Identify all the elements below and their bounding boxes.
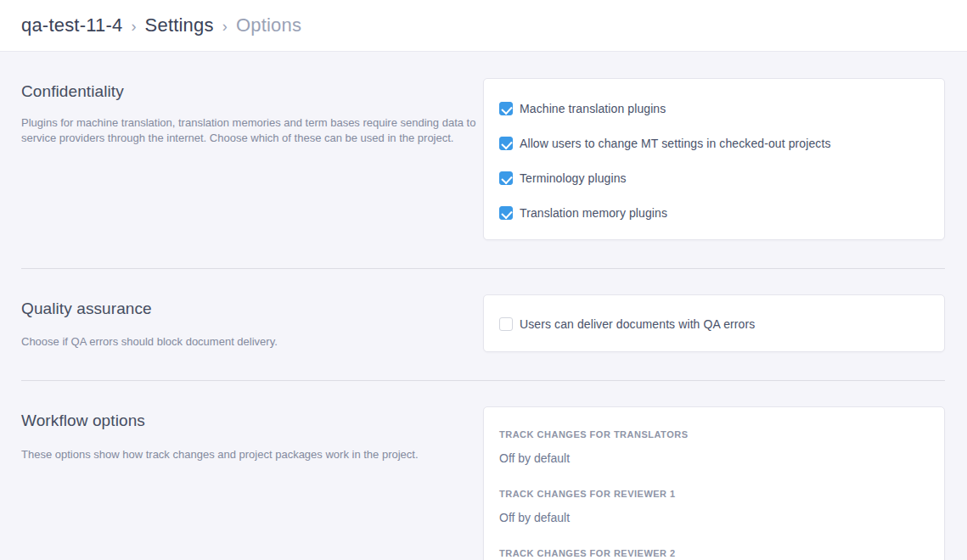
confidentiality-description: Plugins for machine translation, transla… xyxy=(21,115,483,146)
translation-memory-checkbox[interactable] xyxy=(499,206,513,220)
workflow-options-card: TRACK CHANGES FOR TRANSLATORS Off by def… xyxy=(483,406,945,560)
terminology-checkbox[interactable] xyxy=(499,171,513,185)
checkbox-row-mt-settings[interactable]: Allow users to change MT settings in che… xyxy=(499,137,929,150)
field-track-changes-translators: TRACK CHANGES FOR TRANSLATORS Off by def… xyxy=(499,429,929,465)
quality-assurance-card: Users can deliver documents with QA erro… xyxy=(483,294,945,352)
field-label: TRACK CHANGES FOR TRANSLATORS xyxy=(499,429,929,440)
settings-content: Confidentiality Plugins for machine tran… xyxy=(0,52,967,560)
workflow-options-title: Workflow options xyxy=(21,412,483,430)
qa-errors-checkbox[interactable] xyxy=(499,317,513,331)
breadcrumb-separator-icon: › xyxy=(131,16,136,36)
machine-translation-checkbox[interactable] xyxy=(499,102,513,115)
field-track-changes-reviewer-2: TRACK CHANGES FOR REVIEWER 2 xyxy=(499,548,929,559)
section-quality-assurance: Quality assurance Choose if QA errors sh… xyxy=(21,269,945,352)
field-value: Off by default xyxy=(499,451,929,465)
field-label: TRACK CHANGES FOR REVIEWER 1 xyxy=(499,489,929,500)
section-confidentiality: Confidentiality Plugins for machine tran… xyxy=(21,52,945,240)
mt-settings-checkbox[interactable] xyxy=(499,137,513,150)
workflow-options-description: These options show how track changes and… xyxy=(21,447,483,462)
quality-assurance-description: Choose if QA errors should block documen… xyxy=(21,334,483,350)
breadcrumb-current-options: Options xyxy=(236,14,301,36)
checkbox-label[interactable]: Allow users to change MT settings in che… xyxy=(520,137,831,150)
breadcrumb-project-link[interactable]: qa-test-11-4 xyxy=(21,14,122,36)
page-header: qa-test-11-4 › Settings › Options xyxy=(0,0,967,52)
checkbox-row-terminology[interactable]: Terminology plugins xyxy=(499,171,929,185)
confidentiality-card: Machine translation plugins Allow users … xyxy=(483,78,945,240)
checkbox-row-qa-errors[interactable]: Users can deliver documents with QA erro… xyxy=(499,317,929,331)
breadcrumb-settings-link[interactable]: Settings xyxy=(145,14,214,36)
breadcrumb-separator-icon: › xyxy=(222,16,228,36)
checkbox-label[interactable]: Machine translation plugins xyxy=(520,102,666,115)
checkbox-row-translation-memory[interactable]: Translation memory plugins xyxy=(499,206,929,220)
field-value: Off by default xyxy=(499,511,929,524)
checkbox-label[interactable]: Translation memory plugins xyxy=(520,206,667,220)
field-track-changes-reviewer-1: TRACK CHANGES FOR REVIEWER 1 Off by defa… xyxy=(499,489,929,524)
quality-assurance-title: Quality assurance xyxy=(21,300,483,318)
field-label: TRACK CHANGES FOR REVIEWER 2 xyxy=(499,548,929,559)
section-workflow-options: Workflow options These options show how … xyxy=(21,381,945,560)
checkbox-label[interactable]: Terminology plugins xyxy=(520,171,627,185)
checkbox-label[interactable]: Users can deliver documents with QA erro… xyxy=(520,317,755,331)
checkbox-row-machine-translation[interactable]: Machine translation plugins xyxy=(499,102,929,115)
confidentiality-title: Confidentiality xyxy=(21,82,483,101)
breadcrumb: qa-test-11-4 › Settings › Options xyxy=(21,14,301,36)
